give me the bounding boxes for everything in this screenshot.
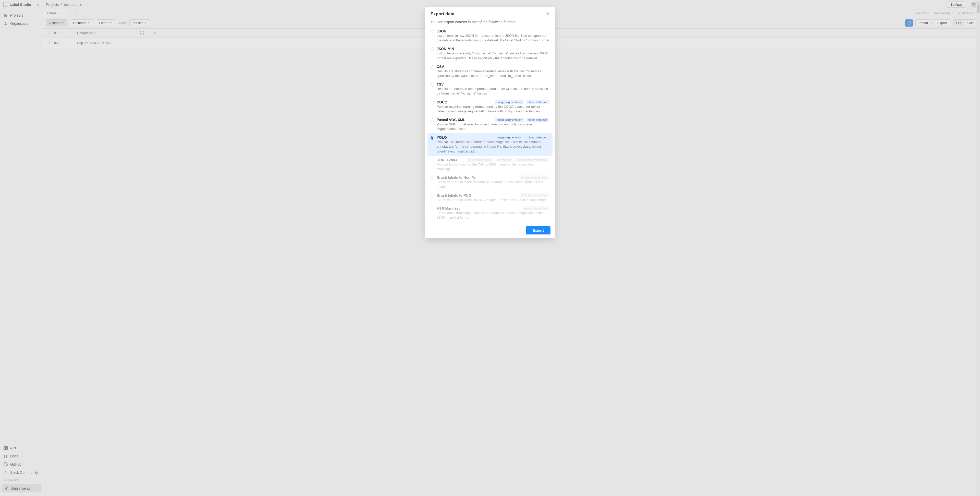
format-tag: image segmentation <box>495 136 524 139</box>
format-tag: speech recognition <box>522 206 549 211</box>
radio-icon <box>431 101 434 104</box>
format-desc: List of items where only "from_name", "t… <box>437 51 549 60</box>
format-desc: Popular format used for the CoNLL-2003 n… <box>437 162 549 171</box>
format-option[interactable]: TSVResults are stored in tab-separated t… <box>428 80 552 98</box>
format-title: TSV <box>437 82 444 86</box>
format-tag: named entity recognition <box>515 158 549 162</box>
radio-icon <box>431 65 434 69</box>
format-option[interactable]: CSVResults are stored as comma-separated… <box>428 62 552 80</box>
format-tag: image segmentation <box>495 118 524 122</box>
modal-overlay: Export data ✕ You can export dataset in … <box>0 0 980 496</box>
format-tag: sequence labeling <box>466 158 493 162</box>
format-desc: Export your brush labels as NumPy 2d arr… <box>437 180 549 189</box>
format-option[interactable]: JSONList of items in raw JSON format sto… <box>428 27 552 45</box>
format-option[interactable]: JSON-MINList of items where only "from_n… <box>428 45 552 62</box>
format-desc: Export audio transcription labels for au… <box>437 211 549 220</box>
format-option[interactable]: COCOimage segmentationobject detectionPo… <box>428 98 552 116</box>
radio-icon <box>431 30 434 33</box>
format-title: JSON <box>437 29 446 33</box>
export-submit-button[interactable]: Export <box>526 226 550 234</box>
modal-subtitle: You can export dataset in one of the fol… <box>425 19 555 27</box>
format-title: ASR Manifest <box>437 206 460 211</box>
radio-icon <box>431 176 434 180</box>
radio-icon <box>431 159 434 162</box>
format-option: ASR Manifestspeech recognitionExport aud… <box>428 204 552 222</box>
format-desc: List of items in raw JSON format stored … <box>437 33 549 43</box>
format-option[interactable]: Pascal VOC XMLimage segmentationobject d… <box>428 116 552 133</box>
format-desc: Results are stored in tab-separated tabu… <box>437 86 549 96</box>
format-tag: object detection <box>526 136 549 139</box>
radio-icon <box>431 118 434 122</box>
radio-icon <box>431 207 434 211</box>
format-tag: image segmentation <box>520 193 549 198</box>
export-modal: Export data ✕ You can export dataset in … <box>425 7 555 238</box>
format-title: Brush labels to PNG <box>437 193 471 198</box>
format-title: COCO <box>437 100 447 104</box>
format-desc: Export your brush labels as PNG images. … <box>437 198 549 202</box>
format-option: Brush labels to PNGimage segmentationExp… <box>428 191 552 204</box>
format-desc: Results are stored as comma-separated va… <box>437 69 549 78</box>
radio-icon <box>431 48 434 51</box>
formats-list: JSONList of items in raw JSON format sto… <box>425 27 555 223</box>
format-title: CSV <box>437 65 444 69</box>
radio-icon <box>431 194 434 198</box>
format-option: CONLL2003sequence labelingtext taggingna… <box>428 156 552 174</box>
format-desc: Popular XML format used for object detec… <box>437 122 549 131</box>
format-title: Brush labels to NumPy <box>437 175 476 180</box>
format-tag: text tagging <box>495 158 513 162</box>
format-option: Brush labels to NumPyimage segmentationE… <box>428 174 552 191</box>
format-tag: image segmentation <box>520 175 549 180</box>
modal-title: Export data <box>431 11 546 17</box>
format-tag: object detection <box>526 118 549 122</box>
radio-icon <box>431 136 434 140</box>
format-tag: image segmentation <box>495 100 524 104</box>
format-desc: Popular TXT format is created for each i… <box>437 140 549 154</box>
format-tag: object detection <box>526 100 549 104</box>
format-title: Pascal VOC XML <box>437 118 465 122</box>
format-desc: Popular machine learning format used by … <box>437 104 549 114</box>
format-title: YOLO <box>437 136 447 139</box>
format-option[interactable]: YOLOimage segmentationobject detectionPo… <box>428 133 552 156</box>
radio-icon <box>431 83 434 86</box>
modal-close-button[interactable]: ✕ <box>546 11 549 17</box>
format-title: JSON-MIN <box>437 47 454 51</box>
format-title: CONLL2003 <box>437 158 457 162</box>
